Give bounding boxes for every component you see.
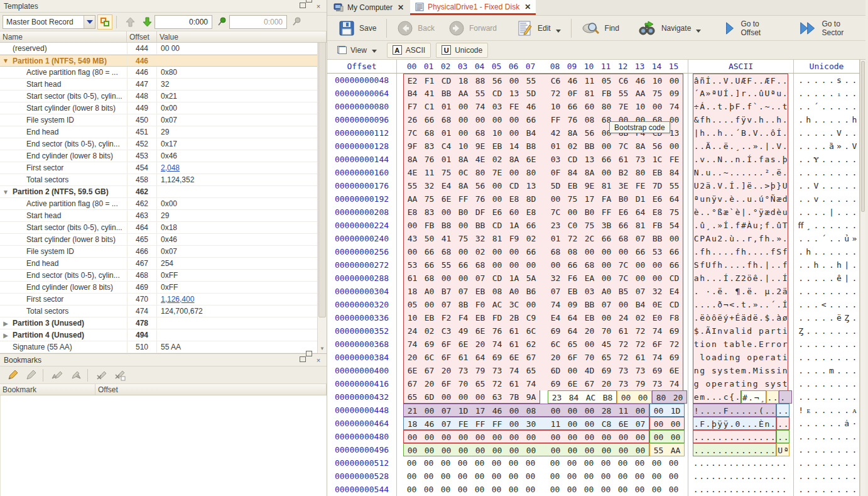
- hex-byte[interactable]: 8D: [523, 192, 540, 206]
- hex-byte[interactable]: 75: [455, 232, 472, 245]
- ascii-text[interactable]: loading operati: [688, 351, 793, 364]
- next-record-button[interactable]: [139, 14, 155, 30]
- hex-byte[interactable]: 80: [632, 166, 649, 179]
- hex-byte[interactable]: 6E: [564, 377, 581, 390]
- ascii-toggle-button[interactable]: A ASCII: [387, 43, 431, 58]
- hex-byte[interactable]: 00: [547, 192, 564, 206]
- hex-byte[interactable]: 0F: [547, 166, 564, 179]
- hex-byte[interactable]: 66: [564, 100, 581, 113]
- template-row[interactable]: Start cylinder (lower 8 bits)4490x00: [0, 102, 317, 114]
- hex-byte[interactable]: 07: [455, 285, 472, 298]
- unicode-text[interactable]: ..v.....: [793, 192, 860, 206]
- hex-byte[interactable]: 88: [472, 74, 489, 87]
- hex-byte[interactable]: 00: [598, 258, 615, 272]
- hex-byte[interactable]: E2: [404, 74, 421, 87]
- hex-bytes[interactable]: 656D000000637B9A2384ACB800008020: [396, 390, 688, 404]
- hex-byte[interactable]: 00: [488, 483, 505, 496]
- hex-byte[interactable]: 66: [666, 245, 683, 258]
- hex-byte[interactable]: 7C: [615, 258, 632, 272]
- hex-byte[interactable]: 4D: [581, 364, 598, 377]
- hex-byte[interactable]: 5D: [523, 87, 540, 100]
- hex-byte[interactable]: 61: [632, 351, 649, 364]
- hex-byte[interactable]: 6D: [547, 364, 564, 377]
- back-button[interactable]: Back: [392, 18, 440, 38]
- hex-byte[interactable]: 00: [563, 456, 580, 470]
- hex-byte[interactable]: 00: [615, 431, 632, 444]
- hex-byte[interactable]: EB: [472, 311, 489, 324]
- hex-byte[interactable]: B2: [615, 166, 632, 179]
- ascii-text[interactable]: ................: [688, 483, 793, 496]
- field-value[interactable]: 1,126,400: [157, 295, 317, 304]
- ascii-text[interactable]: CPAu2.ù..r,fh.».: [688, 232, 793, 245]
- hex-byte[interactable]: 6E: [438, 192, 455, 206]
- hex-byte[interactable]: 08: [581, 113, 598, 126]
- ascii-text[interactable]: N.u..~......².ë.: [688, 166, 793, 179]
- hex-byte[interactable]: 69: [421, 338, 438, 351]
- hex-row-offset[interactable]: 00000000480: [327, 430, 396, 443]
- hex-byte[interactable]: 66: [666, 258, 683, 272]
- hex-byte[interactable]: 00: [649, 272, 666, 285]
- hex-bytes[interactable]: 6168000007CD1A5A32F6EA007C0000CD: [396, 272, 688, 285]
- hex-row-offset[interactable]: 00000000256: [327, 245, 396, 258]
- hex-byte[interactable]: 6E: [615, 417, 632, 431]
- hex-byte[interactable]: 66: [523, 245, 540, 258]
- ascii-text[interactable]: &fh....fÿv.h..h.: [688, 113, 793, 126]
- hex-byte[interactable]: 81: [598, 179, 615, 192]
- hex-byte[interactable]: 00: [667, 431, 684, 444]
- hex-byte[interactable]: 76: [421, 153, 438, 166]
- hex-row-offset[interactable]: 00000000304: [327, 285, 396, 298]
- hex-byte[interactable]: 00: [420, 470, 437, 483]
- hex-byte[interactable]: 55: [472, 87, 489, 100]
- chevron-down-icon[interactable]: ▼: [0, 57, 11, 64]
- hex-bytes[interactable]: 6E672073797374656D004D697373696E: [396, 364, 688, 377]
- chevron-down-icon[interactable]: [556, 30, 561, 33]
- hex-byte[interactable]: 00: [631, 483, 648, 496]
- hex-byte[interactable]: 46: [632, 74, 649, 87]
- hex-byte[interactable]: 00: [437, 470, 454, 483]
- unicode-text[interactable]: .....ѕ..: [793, 74, 860, 87]
- template-row[interactable]: Start sector (bits 0-5), cylin...4480x21: [0, 91, 317, 102]
- hex-byte[interactable]: B4: [523, 126, 540, 140]
- hex-byte[interactable]: FF: [489, 417, 506, 431]
- scrollbar-thumb[interactable]: [861, 61, 865, 212]
- hex-byte[interactable]: 00: [404, 245, 421, 258]
- hex-byte[interactable]: 00: [421, 404, 438, 417]
- hex-byte[interactable]: AA: [667, 444, 684, 457]
- hex-byte[interactable]: D1: [632, 192, 649, 206]
- hex-row-offset[interactable]: 00000000336: [327, 311, 396, 324]
- hex-row-offset[interactable]: 00000000496: [327, 443, 396, 456]
- hex-byte[interactable]: 53: [404, 258, 421, 272]
- hex-byte[interactable]: 00: [489, 431, 506, 444]
- template-row[interactable]: Start cylinder (lower 8 bits)4650x46: [0, 234, 317, 246]
- hex-byte[interactable]: F6: [564, 272, 581, 285]
- ascii-text[interactable]: .ëòôëý+Éädë.$.àø: [688, 311, 793, 324]
- hex-byte[interactable]: 07: [438, 404, 455, 417]
- tab-physicaldrive1[interactable]: PhysicalDrive1 - Fixed Disk ✕: [410, 0, 536, 15]
- ascii-text[interactable]: ´A»ªUÍ.]r..ûUªu.: [688, 87, 793, 100]
- hex-byte[interactable]: FF: [547, 113, 564, 126]
- hex-byte[interactable]: 20: [581, 324, 598, 338]
- hex-byte[interactable]: 00: [488, 456, 505, 470]
- hex-byte[interactable]: 75: [666, 206, 683, 219]
- hex-bytes[interactable]: 2100071D17460008000000281100001D: [396, 404, 688, 417]
- unicode-text[interactable]: Ȥ.......: [793, 324, 860, 338]
- hex-byte[interactable]: 79: [472, 364, 489, 377]
- hex-byte[interactable]: 02: [564, 140, 581, 153]
- hex-byte[interactable]: 00: [505, 483, 522, 496]
- hex-byte[interactable]: 00: [506, 404, 523, 417]
- hex-byte[interactable]: 00: [564, 417, 581, 431]
- hex-byte[interactable]: 00: [523, 258, 540, 272]
- hex-byte[interactable]: 32: [421, 179, 438, 192]
- hex-bytes[interactable]: 18A0B707EB08A0B607EB03A0B50732E4: [396, 285, 688, 298]
- hex-byte[interactable]: 67: [404, 377, 421, 390]
- hex-byte[interactable]: 74: [506, 364, 523, 377]
- hex-byte[interactable]: 68: [581, 258, 598, 272]
- hex-bytes[interactable]: 5366556668000000006668007C000066: [396, 258, 688, 272]
- hex-byte[interactable]: 02: [421, 324, 438, 338]
- hex-byte[interactable]: 09: [666, 87, 683, 100]
- hex-byte[interactable]: 00: [403, 456, 420, 470]
- hex-byte[interactable]: A0: [506, 285, 523, 298]
- close-panel-icon[interactable]: ×: [314, 356, 323, 364]
- hex-byte[interactable]: 00: [471, 470, 488, 483]
- hex-row-offset[interactable]: 00000000208: [327, 206, 396, 219]
